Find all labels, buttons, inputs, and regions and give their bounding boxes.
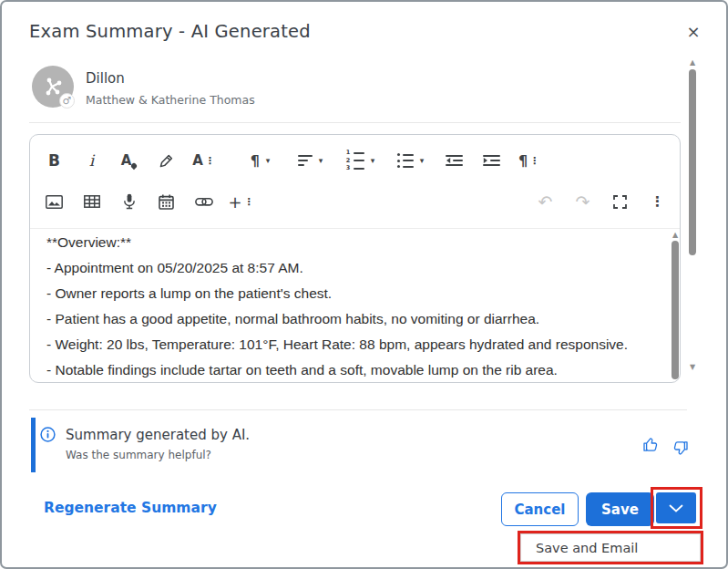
highlight-button[interactable] <box>148 142 185 179</box>
ai-banner-message: Summary generated by AI. <box>66 427 250 443</box>
microphone-icon <box>123 193 136 210</box>
header-divider <box>29 122 681 123</box>
record-audio-button[interactable] <box>110 183 148 220</box>
calendar-icon <box>159 194 174 210</box>
redo-icon: ↷ <box>576 191 590 212</box>
thumbs-down-button[interactable] <box>672 437 693 459</box>
fullscreen-button[interactable] <box>601 183 639 220</box>
more-misc-button[interactable]: ⋮ <box>639 183 676 220</box>
outdent-icon <box>446 154 464 167</box>
thumbs-up-button[interactable] <box>642 433 664 455</box>
more-paragraph-button[interactable]: ¶⋮ <box>510 142 548 179</box>
color-drop-icon <box>130 162 138 170</box>
insert-link-button[interactable] <box>185 183 222 220</box>
page-title: Exam Summary - AI Generated <box>29 21 311 42</box>
text-color-button[interactable]: A <box>110 142 148 179</box>
toolbar-content-divider <box>30 228 681 229</box>
patient-name: Dillon <box>86 70 125 87</box>
highlighter-icon <box>159 153 174 169</box>
outdent-button[interactable] <box>436 142 473 179</box>
content-line: **Overview:** <box>46 230 666 255</box>
insert-image-button[interactable] <box>36 183 73 220</box>
editor-content[interactable]: **Overview:** - Appointment on 05/20/202… <box>46 230 666 383</box>
align-button[interactable]: ▾ <box>285 142 335 179</box>
link-icon <box>195 197 213 207</box>
chevron-down-icon <box>669 504 683 512</box>
indent-button[interactable] <box>473 142 510 179</box>
close-icon[interactable]: × <box>682 20 704 42</box>
content-line: - Owner reports a lump on the patient's … <box>46 281 666 306</box>
footer-divider <box>29 409 687 410</box>
editor-toolbar-insert: +⋮ ↶ ↷ ⋮ <box>36 181 676 222</box>
image-icon <box>46 195 63 209</box>
thumbs-down-icon <box>672 440 689 457</box>
editor-scrollbar-thumb[interactable] <box>672 241 679 379</box>
editor-toolbar-text: B i A A⋮ ¶▾ ▾ 1 2 3 <box>36 140 548 181</box>
annotation-box-save-and-email: Save and Email <box>518 531 703 564</box>
bullet-list-icon <box>397 153 414 168</box>
unordered-list-button[interactable]: ▾ <box>385 142 436 179</box>
kebab-icon: ⋮ <box>651 193 664 210</box>
rich-text-editor[interactable]: B i A A⋮ ¶▾ ▾ 1 2 3 <box>29 134 681 383</box>
table-icon <box>84 195 100 208</box>
cancel-button[interactable]: Cancel <box>501 492 579 526</box>
ai-banner-question: Was the summary helpful? <box>66 449 211 461</box>
align-left-icon <box>298 155 313 166</box>
info-icon <box>40 427 56 442</box>
modal-scrollbar-thumb[interactable] <box>689 69 696 255</box>
content-line: - Patient has a good appetite, normal ba… <box>46 306 666 332</box>
save-dropdown-button[interactable] <box>656 492 696 523</box>
content-line: - Appointment on 05/20/2025 at 8:57 AM. <box>46 255 666 281</box>
insert-table-button[interactable] <box>73 183 110 220</box>
save-button[interactable]: Save <box>586 492 654 526</box>
modal-scroll-down-arrow[interactable]: ▼ <box>688 363 697 371</box>
editor-scroll-up-arrow[interactable]: ▲ <box>671 231 680 239</box>
content-line: - Notable findings include tartar on tee… <box>46 357 666 383</box>
ordered-list-icon: 1 2 3 <box>346 150 364 171</box>
redo-button[interactable]: ↷ <box>564 183 601 220</box>
regenerate-summary-link[interactable]: Regenerate Summary <box>44 500 217 516</box>
male-gender-icon: ♂ <box>59 93 75 109</box>
more-text-button[interactable]: A⋮ <box>185 142 222 179</box>
undo-icon: ↶ <box>538 191 553 212</box>
italic-button[interactable]: i <box>73 142 110 179</box>
more-rich-button[interactable]: +⋮ <box>222 183 260 220</box>
bold-button[interactable]: B <box>36 142 73 179</box>
menu-item-save-and-email[interactable]: Save and Email <box>520 533 701 562</box>
undo-button[interactable]: ↶ <box>527 183 564 220</box>
content-line: - Weight: 20 lbs, Temperature: 101°F, He… <box>46 332 666 357</box>
paragraph-format-button[interactable]: ¶▾ <box>235 142 285 179</box>
owner-names: Matthew & Katherine Thomas <box>86 93 255 107</box>
ordered-list-button[interactable]: 1 2 3 ▾ <box>335 142 385 179</box>
thumbs-up-icon <box>642 436 660 453</box>
indent-icon <box>483 154 501 167</box>
insert-date-button[interactable] <box>148 183 185 220</box>
fullscreen-icon <box>613 195 627 209</box>
ai-banner-accent-bar <box>31 418 36 472</box>
modal-scroll-up-arrow[interactable]: ▲ <box>688 58 697 67</box>
exam-summary-modal: Exam Summary - AI Generated × ♂ Dillon M… <box>0 0 728 569</box>
